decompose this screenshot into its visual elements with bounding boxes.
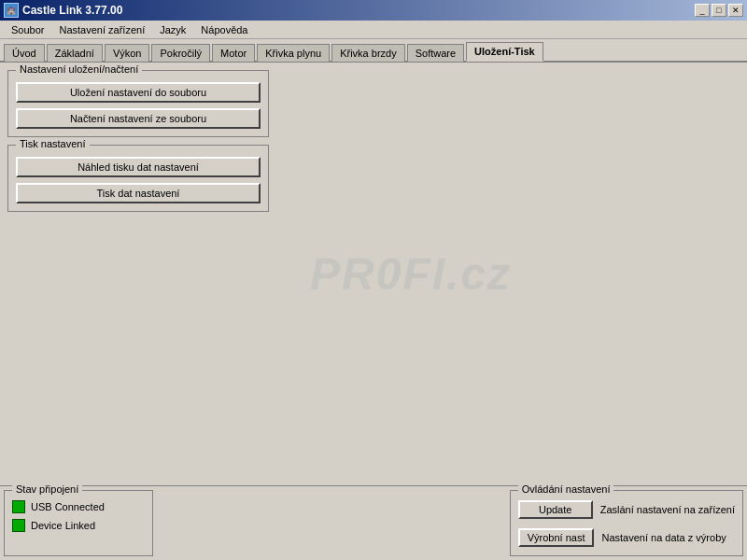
control-legend: Ovládání nastavení <box>518 483 614 495</box>
tab-vykon[interactable]: Výkon <box>105 44 150 62</box>
tab-motor[interactable]: Motor <box>212 44 255 62</box>
maximize-button[interactable]: □ <box>712 4 726 17</box>
update-label: Zaslání nastavení na zařízení <box>600 504 735 515</box>
tab-krivka-brzdy[interactable]: Křivka brzdy <box>331 44 405 62</box>
tab-bar: Úvod Základní Výkon Pokročilý Motor Křiv… <box>0 39 747 63</box>
factory-label: Nastavení na data z výroby <box>601 532 735 543</box>
update-row: Update Zaslání nastavení na zařízení <box>518 500 735 519</box>
save-load-group: Nastavení uložení/načtení Uložení nastav… <box>7 70 269 137</box>
app-icon: 🏰 <box>4 3 19 18</box>
print-button[interactable]: Tisk dat nastavení <box>16 183 261 203</box>
save-to-file-button[interactable]: Uložení nastavení do souboru <box>16 82 261 103</box>
device-linked-item: Device Linked <box>12 519 145 532</box>
tab-ulozeni-tisk[interactable]: Uložení-Tisk <box>466 42 543 62</box>
main-content: Nastavení uložení/načtení Uložení nastav… <box>0 63 747 484</box>
tab-krivka-plynu[interactable]: Křivka plynu <box>257 44 330 62</box>
device-linked-label: Device Linked <box>31 520 95 531</box>
menu-jazyk[interactable]: Jazyk <box>152 22 193 37</box>
connection-legend: Stav připojení <box>12 483 82 495</box>
watermark: PR0FI.cz <box>310 248 512 300</box>
update-button[interactable]: Update <box>518 500 593 519</box>
usb-led <box>12 500 25 513</box>
save-load-legend: Nastavení uložení/načtení <box>16 63 142 75</box>
menu-nastaveni[interactable]: Nastavení zařízení <box>51 22 152 37</box>
factory-row: Výrobní nast Nastavení na data z výroby <box>518 528 735 547</box>
minimize-button[interactable]: _ <box>695 4 710 17</box>
status-bar: Stav připojení USB Connected Device Link… <box>0 485 747 560</box>
print-preview-button[interactable]: Náhled tisku dat nastavení <box>16 157 261 177</box>
close-button[interactable]: ✕ <box>728 4 743 17</box>
control-group: Ovládání nastavení Update Zaslání nastav… <box>510 490 743 556</box>
load-from-file-button[interactable]: Načtení nastavení ze souboru <box>16 108 261 129</box>
status-right: Ovládání nastavení Update Zaslání nastav… <box>161 490 743 556</box>
print-content: Náhled tisku dat nastavení Tisk dat nast… <box>16 157 261 203</box>
tab-pokrocily[interactable]: Pokročilý <box>151 44 210 62</box>
usb-connected-item: USB Connected <box>12 500 145 513</box>
print-group: Tisk nastavení Náhled tisku dat nastaven… <box>7 145 269 212</box>
tab-uvod[interactable]: Úvod <box>4 44 45 62</box>
device-led <box>12 519 25 532</box>
title-buttons[interactable]: _ □ ✕ <box>695 4 743 17</box>
menu-bar: Soubor Nastavení zařízení Jazyk Nápověda <box>0 21 747 39</box>
menu-napoveda[interactable]: Nápověda <box>193 22 255 37</box>
title-bar: 🏰 Castle Link 3.77.00 _ □ ✕ <box>0 0 747 21</box>
usb-connected-label: USB Connected <box>31 501 105 512</box>
tab-software[interactable]: Software <box>407 44 464 62</box>
menu-soubor[interactable]: Soubor <box>4 22 51 37</box>
save-load-content: Uložení nastavení do souboru Načtení nas… <box>16 82 261 129</box>
print-legend: Tisk nastavení <box>16 138 90 149</box>
connection-status-group: Stav připojení USB Connected Device Link… <box>4 490 153 556</box>
factory-button[interactable]: Výrobní nast <box>518 528 595 547</box>
app-title: Castle Link 3.77.00 <box>22 4 122 17</box>
title-bar-left: 🏰 Castle Link 3.77.00 <box>4 3 122 18</box>
tab-zakladni[interactable]: Základní <box>47 44 103 62</box>
